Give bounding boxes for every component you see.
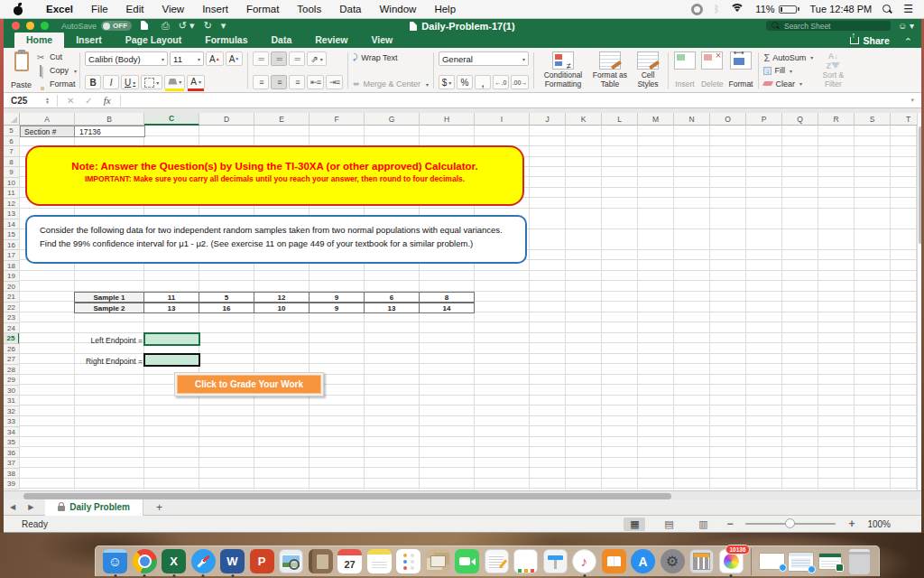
column-header-O[interactable]: O	[710, 113, 746, 126]
column-header-P[interactable]: P	[746, 113, 782, 126]
row-header-12[interactable]: 12	[4, 199, 20, 210]
orientation-button[interactable]: ⇗▾	[307, 51, 326, 66]
autosum-button[interactable]: ΣAutoSum▾	[763, 51, 813, 63]
page-layout-view-button[interactable]: ▤	[658, 517, 679, 531]
menu-format[interactable]: Format	[237, 4, 288, 14]
cell-section-label[interactable]: Section #	[20, 126, 75, 137]
row-header-8[interactable]: 8	[4, 157, 20, 168]
spotlight-search-icon[interactable]	[882, 5, 892, 14]
dock-finder-icon[interactable]	[102, 547, 128, 576]
row-header-5[interactable]: 5	[4, 126, 20, 136]
row-header-24[interactable]: 24	[4, 323, 20, 334]
bold-button[interactable]: B	[85, 75, 101, 89]
menu-excel[interactable]: Excel	[37, 4, 82, 14]
vertical-scrollbar[interactable]	[917, 113, 921, 490]
underline-button[interactable]: U▾	[121, 75, 139, 89]
menu-insert[interactable]: Insert	[193, 4, 237, 14]
dock-news-icon[interactable]	[484, 547, 510, 576]
undo-icon[interactable]: ↺ ▾	[179, 20, 195, 32]
align-bottom-button[interactable]: ═	[289, 51, 305, 66]
column-header-D[interactable]: D	[199, 113, 254, 126]
row-header-29[interactable]: 29	[4, 375, 20, 386]
increase-decimal-button[interactable]: ←.0	[493, 75, 509, 89]
column-header-H[interactable]: H	[420, 113, 475, 126]
align-middle-button[interactable]: ═	[271, 51, 287, 66]
row-header-21[interactable]: 21	[4, 292, 20, 303]
autosave-toggle[interactable]: OFF	[101, 21, 132, 31]
wifi-icon[interactable]	[730, 4, 744, 14]
menu-edit[interactable]: Edit	[117, 4, 153, 14]
confirm-entry-icon[interactable]: ✓	[79, 96, 97, 106]
ribbon-tab-page-layout[interactable]: Page Layout	[114, 32, 193, 48]
dock-excel-icon[interactable]: X	[161, 547, 187, 576]
dock-window-doc-icon[interactable]	[759, 547, 785, 576]
column-header-E[interactable]: E	[254, 113, 310, 126]
align-right-button[interactable]: ≡	[289, 75, 305, 89]
dock-books-icon[interactable]	[601, 547, 627, 576]
spreadsheet-grid[interactable]: ABCDEFGHIJKLMNOPQRST 5678910111213141516…	[4, 108, 921, 490]
ribbon-tab-home[interactable]: Home	[14, 32, 64, 48]
dock-chrome-icon[interactable]	[132, 547, 158, 576]
name-box-stepper[interactable]: ▲▼	[45, 97, 53, 104]
grade-work-button[interactable]: Click to Grade Your Work	[177, 375, 321, 394]
dock-charts-icon[interactable]	[513, 547, 539, 576]
row-header-10[interactable]: 10	[4, 178, 20, 189]
dock-calendar-icon[interactable]: 27	[337, 547, 363, 576]
dock-safari-icon[interactable]	[190, 547, 217, 576]
collapse-ribbon-icon[interactable]: ⌃	[904, 36, 912, 48]
row-header-20[interactable]: 20	[4, 282, 20, 293]
zoom-slider[interactable]	[745, 523, 836, 525]
dock-app-store-icon[interactable]: A	[630, 547, 656, 576]
minimize-window-button[interactable]	[26, 22, 34, 30]
copy-button[interactable]: Copy▾	[35, 65, 77, 76]
row-header-28[interactable]: 28	[4, 365, 20, 376]
row-header-14[interactable]: 14	[4, 219, 20, 230]
dock-trash-icon[interactable]	[846, 547, 873, 576]
column-header-C[interactable]: C	[144, 113, 199, 126]
dock-contacts-icon[interactable]	[308, 547, 334, 576]
menu-clock[interactable]: Tue 12:48 PM	[810, 4, 873, 14]
ribbon-tab-formulas[interactable]: Formulas	[193, 32, 259, 48]
dock-keynote-icon[interactable]	[542, 547, 568, 576]
currency-format-button[interactable]: $▾	[439, 75, 455, 89]
redo-icon[interactable]: ↻	[204, 20, 212, 32]
add-sheet-button[interactable]: +	[143, 501, 175, 514]
dock-photos-icon[interactable]: 10136	[718, 547, 744, 576]
row-header-17[interactable]: 17	[4, 250, 20, 261]
clear-button[interactable]: Clear▾	[763, 78, 813, 89]
select-all-corner[interactable]	[4, 113, 20, 126]
column-header-G[interactable]: G	[365, 113, 420, 126]
menu-view[interactable]: View	[152, 4, 193, 14]
ribbon-tab-review[interactable]: Review	[303, 32, 359, 48]
row-header-35[interactable]: 35	[4, 437, 20, 448]
toolbar-options-icon[interactable]: ▾	[221, 20, 226, 32]
column-header-A[interactable]: A	[20, 113, 75, 126]
column-header-M[interactable]: M	[638, 113, 674, 126]
row-header-39[interactable]: 39	[4, 479, 20, 489]
row-header-16[interactable]: 16	[4, 240, 20, 251]
new-workbook-icon[interactable]	[141, 21, 152, 32]
fill-color-button[interactable]: ▾	[164, 75, 185, 89]
menu-help[interactable]: Help	[425, 4, 465, 14]
cell-section-value[interactable]: 17136	[74, 126, 145, 137]
dock-window-safari-icon[interactable]	[788, 547, 814, 576]
menu-file[interactable]: File	[82, 4, 117, 14]
row-header-7[interactable]: 7	[4, 146, 20, 157]
cut-button[interactable]: ✂Cut	[35, 51, 77, 62]
normal-view-button[interactable]: ▦	[624, 517, 645, 531]
font-size-select[interactable]: 11▾	[170, 51, 204, 66]
align-left-button[interactable]: ≡	[253, 75, 269, 89]
font-color-button[interactable]: A▾	[187, 75, 205, 89]
feedback-smiley-icon[interactable]: ☺ ▾	[898, 21, 914, 31]
zoom-in-button[interactable]: +	[848, 517, 855, 530]
column-header-K[interactable]: K	[566, 113, 602, 126]
zoom-window-button[interactable]	[41, 22, 49, 30]
decrease-decimal-button[interactable]: .00→	[511, 75, 529, 89]
apple-logo-icon[interactable]	[13, 4, 24, 15]
notification-center-icon[interactable]: ☰	[903, 3, 913, 15]
column-header-R[interactable]: R	[818, 113, 855, 126]
shrink-font-button[interactable]: A	[226, 51, 244, 66]
page-break-view-button[interactable]: ▥	[692, 517, 714, 531]
font-name-select[interactable]: Calibri (Body)▾	[85, 51, 168, 66]
menu-data[interactable]: Data	[330, 4, 370, 14]
